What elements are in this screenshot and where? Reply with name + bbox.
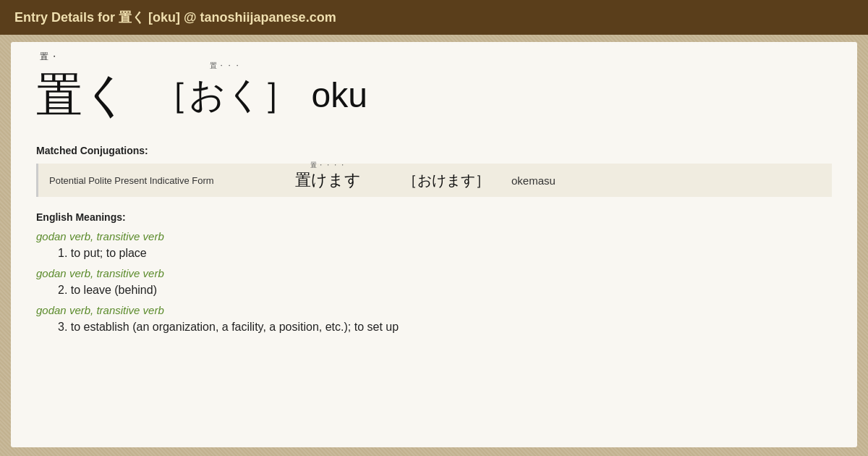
meaning-2: 2. to leave (behind) xyxy=(58,284,832,297)
bracket-space xyxy=(134,75,143,117)
conj-kanji-furigana: 置・・・・ xyxy=(310,161,346,170)
conjugations-label: Matched Conjugations: xyxy=(36,145,832,156)
conj-bracket-space xyxy=(378,173,386,188)
verb-type-3: godan verb, transitive verb xyxy=(36,304,832,316)
verb-type-2: godan verb, transitive verb xyxy=(36,267,832,279)
romaji: oku xyxy=(312,75,367,115)
entry-header: 置・ 置く 置・・・ ［おく］ oku xyxy=(36,64,832,127)
reading-block: 置・・・ ［おく］ xyxy=(147,71,305,119)
meanings-section: English Meanings: godan verb, transitive… xyxy=(36,211,832,334)
conj-form-name: Potential Polite Present Indicative Form xyxy=(49,175,281,186)
conj-reading: ［おけます］ xyxy=(403,171,490,190)
meaning-1: 1. to put; to place xyxy=(58,247,832,260)
title-text: Entry Details for 置く [oku] @ tanoshiijap… xyxy=(14,10,336,25)
kanji-furigana: 置・ xyxy=(40,51,60,63)
conjugation-row: Potential Polite Present Indicative Form… xyxy=(36,164,832,197)
conjugations-section: Matched Conjugations: Potential Polite P… xyxy=(36,145,832,197)
main-content: 置・ 置く 置・・・ ［おく］ oku Matched Conjugations… xyxy=(11,42,857,447)
reading-bracket: ［おく］ xyxy=(153,71,299,119)
kanji-reading-block: 置・ 置く xyxy=(36,64,130,127)
meaning-3: 3. to establish (an organization, a faci… xyxy=(58,321,832,334)
title-bar: Entry Details for 置く [oku] @ tanoshiijap… xyxy=(0,0,868,35)
verb-type-1: godan verb, transitive verb xyxy=(36,230,832,242)
reading-furigana: 置・・・ xyxy=(210,61,242,71)
main-kanji: 置く xyxy=(36,69,130,121)
conj-romaji: okemasu xyxy=(511,174,556,187)
conj-kanji-form: 置・・・・ 置けます xyxy=(295,169,361,191)
meanings-label: English Meanings: xyxy=(36,211,832,223)
